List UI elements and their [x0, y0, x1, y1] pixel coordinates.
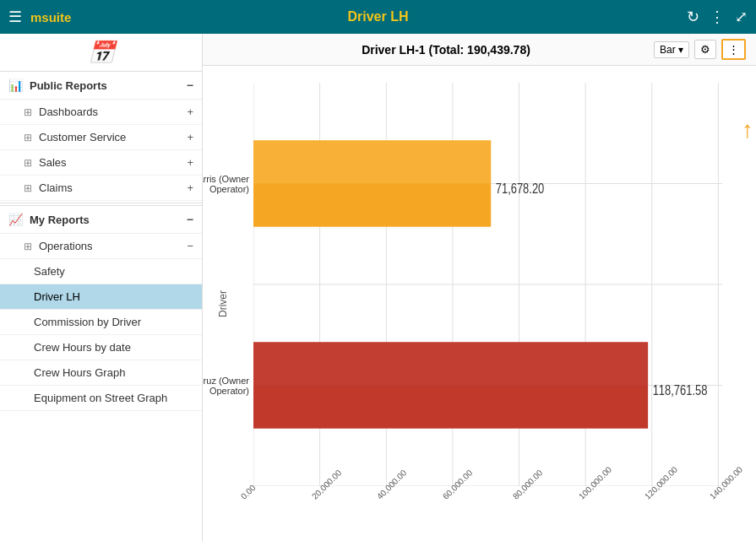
app-name: msuite — [30, 10, 71, 24]
sidebar-section-my-reports[interactable]: 📈 My Reports − — [0, 205, 202, 234]
arrow-up-icon: ↑ — [742, 116, 753, 143]
claims-icon: ⊞ — [24, 182, 32, 194]
safety-label: Safety — [34, 265, 65, 278]
chart-container: ↑ Driver — [203, 66, 756, 541]
logo-icon: 📅 — [88, 40, 115, 66]
sidebar: 📅 📊 Public Reports − ⊞ Dashboards + ⊞ Cu… — [0, 34, 203, 541]
sidebar-leaf-driver-lh[interactable]: Driver LH — [0, 284, 202, 310]
operations-icon: ⊞ — [24, 241, 32, 252]
public-reports-icon: 📊 — [8, 78, 23, 92]
commission-by-driver-label: Commission by Driver — [34, 316, 141, 328]
sidebar-item-operations[interactable]: ⊞ Operations − — [0, 234, 202, 259]
sales-toggle[interactable]: + — [187, 156, 193, 169]
bar-labels-overlay: Commission - Jason Harris (Owner Operato… — [253, 83, 722, 486]
sales-label: Sales — [39, 156, 67, 169]
sidebar-leaf-crew-hours-graph[interactable]: Crew Hours Graph — [0, 360, 202, 386]
chart-title: Driver LH-1 (Total: 190,439.78) — [238, 43, 654, 57]
content-area: Driver LH-1 (Total: 190,439.78) Bar ▾ ⚙ … — [203, 34, 756, 541]
more-options-btn[interactable]: ⋮ — [721, 39, 746, 60]
main-layout: 📅 📊 Public Reports − ⊞ Dashboards + ⊞ Cu… — [0, 34, 756, 541]
expand-icon[interactable]: ⤢ — [735, 8, 748, 26]
equipment-on-street-label: Equipment on Street Graph — [34, 392, 167, 404]
operations-toggle[interactable]: − — [187, 240, 193, 252]
bar2-label: Commission - Victor Cruz (Owner Operator… — [203, 376, 249, 396]
top-header: ☰ msuite Driver LH ↻ ⋮ ⤢ — [0, 0, 756, 34]
chart-header: Driver LH-1 (Total: 190,439.78) Bar ▾ ⚙ … — [203, 34, 756, 66]
my-reports-label: My Reports — [30, 214, 90, 226]
dashboards-label: Dashboards — [39, 105, 98, 118]
bar1-label: Commission - Jason Harris (Owner Operato… — [203, 174, 249, 194]
chart-type-dropdown[interactable]: Bar ▾ — [654, 41, 689, 58]
sidebar-scroll[interactable]: 📊 Public Reports − ⊞ Dashboards + ⊞ Cust… — [0, 72, 202, 541]
customer-service-label: Customer Service — [39, 131, 126, 143]
sidebar-item-claims[interactable]: ⊞ Claims + — [0, 176, 202, 201]
sidebar-item-dashboards[interactable]: ⊞ Dashboards + — [0, 100, 202, 125]
sidebar-item-customer-service[interactable]: ⊞ Customer Service + — [0, 125, 202, 150]
claims-label: Claims — [39, 181, 73, 194]
crew-hours-date-label: Crew Hours by date — [34, 341, 131, 354]
claims-toggle[interactable]: + — [187, 181, 193, 194]
refresh-icon[interactable]: ↻ — [687, 8, 699, 26]
page-title: Driver LH — [347, 9, 408, 24]
crew-hours-graph-label: Crew Hours Graph — [34, 366, 125, 379]
sidebar-leaf-safety[interactable]: Safety — [0, 259, 202, 284]
sidebar-section-public-reports[interactable]: 📊 Public Reports − — [0, 72, 202, 100]
more-icon[interactable]: ⋮ — [710, 8, 725, 26]
sidebar-leaf-equipment-on-street[interactable]: Equipment on Street Graph — [0, 386, 202, 411]
bar2-label-row: Commission - Victor Cruz (Owner Operator… — [253, 284, 722, 486]
sidebar-item-sales[interactable]: ⊞ Sales + — [0, 150, 202, 176]
public-reports-label: Public Reports — [30, 79, 107, 92]
sidebar-leaf-crew-hours-date[interactable]: Crew Hours by date — [0, 335, 202, 360]
public-reports-toggle[interactable]: − — [187, 78, 193, 92]
sales-icon: ⊞ — [24, 157, 32, 169]
dashboards-toggle[interactable]: + — [187, 105, 193, 118]
bar1-label-row: Commission - Jason Harris (Owner Operato… — [253, 83, 722, 284]
operations-label: Operations — [39, 240, 93, 252]
x-axis: 0.00 20,000.00 40,000.00 60,000.00 80,00… — [253, 495, 722, 537]
my-reports-toggle[interactable]: − — [187, 213, 193, 226]
arrow-indicator: ↑ — [739, 116, 756, 143]
customer-service-icon: ⊞ — [24, 132, 32, 143]
settings-icon-btn[interactable]: ⚙ — [694, 40, 716, 59]
y-axis-label: Driver — [217, 290, 229, 317]
dashboards-icon: ⊞ — [24, 106, 32, 118]
header-icons: ↻ ⋮ ⤢ — [687, 8, 748, 26]
customer-service-toggle[interactable]: + — [187, 131, 193, 143]
chart-controls: Bar ▾ ⚙ ⋮ — [654, 39, 746, 60]
menu-icon[interactable]: ☰ — [8, 8, 22, 26]
driver-lh-label: Driver LH — [34, 290, 80, 303]
sidebar-logo: 📅 — [0, 34, 202, 72]
sidebar-leaf-commission-by-driver[interactable]: Commission by Driver — [0, 310, 202, 335]
my-reports-icon: 📈 — [8, 213, 23, 226]
